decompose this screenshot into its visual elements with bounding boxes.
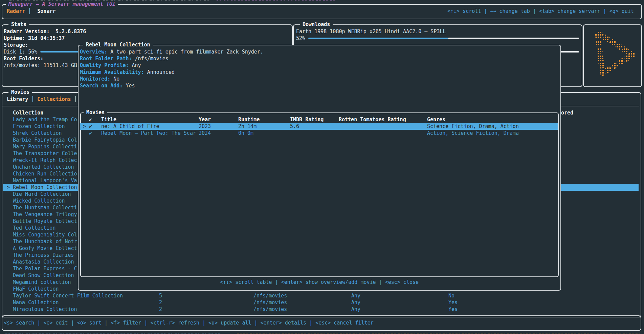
modal-help-text: <↑↓> scroll table | <enter> show overvie… [220, 279, 419, 286]
collection-row[interactable]: Megamind collection [13, 279, 71, 286]
detail-value-text: Announced [147, 69, 175, 75]
collection-quality-profile: Any [351, 306, 360, 313]
collection-row[interactable]: The Vengeance Trilogy [13, 211, 77, 218]
downloads-panel-title: Downloads [300, 21, 333, 28]
movies-panel-title: Movies [8, 89, 32, 96]
detail-value-text: /nfs/movies [135, 56, 169, 62]
collection-row[interactable]: The Transporter Colle [13, 150, 77, 157]
collection-root-folder: /nfs/movies [253, 292, 287, 299]
collection-row[interactable]: Dead Snow Collection [13, 272, 74, 279]
detail-value [144, 69, 147, 75]
detail-label: Search on Add: [80, 83, 123, 89]
collection-row[interactable]: Rebel Moon Collection [13, 184, 77, 191]
modal-detail-line: Monitored: No [80, 76, 119, 82]
uptime-label: Uptime: [4, 35, 25, 42]
terminal-screen: Managarr – A Servarr management TUI Rada… [0, 0, 644, 334]
collection-row[interactable]: The Huntsman Collecti [13, 204, 77, 211]
detail-label: Minimum Availability: [80, 69, 144, 75]
collection-row[interactable]: Barbie Fairytopia Col [13, 137, 77, 143]
movie-cell-imdb-rating: 5.6 [290, 123, 299, 130]
movie-cell-check: ✔ [89, 123, 92, 130]
movies-header-rotten_tomatoes: Rotten Tomatoes Rating [339, 116, 406, 123]
collection-row[interactable]: Frozen Collection [13, 123, 65, 130]
collection-row[interactable]: Nana Collection [13, 299, 59, 306]
root-folder-usage: /nfs/movies: 11511.43 GB [4, 62, 77, 69]
collection-root-folder: /nfs/movies [253, 299, 287, 306]
collection-row[interactable]: Die Hard Collection [13, 191, 71, 197]
download-item-percent: 52% [296, 35, 305, 42]
tab-divider: │ [71, 96, 77, 102]
collection-row[interactable]: Ted Collection [13, 225, 55, 231]
collection-row[interactable]: Wicked Collection [13, 197, 65, 204]
collection-search-on-add: No [448, 292, 454, 299]
movies-tabs: Library │ Collections │ [7, 96, 77, 103]
detail-label: Quality Profile: [80, 62, 129, 68]
tab-collections[interactable]: Collections [37, 96, 71, 102]
collection-row[interactable]: A Goofy Movie Collect [13, 245, 77, 252]
collection-search-on-add: Yes [448, 306, 458, 313]
tab-library[interactable]: Library [7, 96, 28, 102]
collection-row[interactable]: The Hunchback of Notr [13, 238, 77, 245]
collection-row[interactable]: Miss Congeniality Col [13, 231, 77, 238]
detail-label: Monitored: [80, 76, 110, 82]
radarr-version-value: 5.2.6.8376 [55, 28, 86, 35]
collection-movie-count: 2 [159, 299, 162, 306]
selected-row-marker: => [4, 184, 10, 191]
movie-cell-title[interactable]: Rebel Moon – Part Two: The Scar [101, 130, 196, 137]
footer-help-text: <s> search | <e> edit | <o> sort | <f> f… [4, 319, 374, 326]
collection-row[interactable]: FNaF Collection [13, 286, 59, 292]
movies-header-genres: Genres [427, 116, 445, 123]
detail-value [129, 62, 132, 68]
collection-row[interactable]: Chicken Run Collectio [13, 170, 77, 177]
detail-value-text: No [113, 76, 119, 82]
modal-detail-line: Minimum Availability: Announced [80, 69, 175, 76]
download-gauge-track [448, 38, 579, 39]
collection-quality-profile: Any [351, 299, 360, 306]
modal-detail-line: Overview: A two-part sci-fi epic from fi… [80, 48, 263, 55]
movie-cell-genres: Action, Science Fiction, Drama [427, 130, 519, 137]
detail-value-text: Any [132, 62, 141, 68]
collection-row[interactable]: Uncharted Collection [13, 164, 74, 170]
global-help-text: <↑↓> scroll | ←→ change tab | <tab> chan… [447, 8, 634, 15]
detail-label: Overview: [80, 49, 107, 55]
detail-value-text: A two-part sci-fi epic from filmmaker Za… [110, 49, 263, 55]
detail-value [132, 56, 135, 62]
movie-cell-check: ✔ [89, 130, 92, 137]
movie-cell-year: 2024 [199, 130, 211, 137]
modal-detail-line: Quality Profile: Any [80, 62, 141, 69]
modal-title: Rebel Moon Collection [83, 41, 153, 48]
collection-row[interactable]: Wreck-It Ralph Collec [13, 157, 77, 164]
selected-row-marker: => [80, 123, 86, 130]
collection-search-on-add: Yes [448, 299, 458, 306]
collection-row[interactable]: Lady and the Tramp Co [13, 116, 77, 123]
movie-cell-runtime: 0h 0m [238, 130, 253, 137]
movies-header-year: Year [199, 116, 211, 123]
movies-header-imdb: IMDB Rating [290, 116, 324, 123]
collection-quality-profile: Any [351, 292, 360, 299]
disk-usage-label: Disk 1: 56% [4, 48, 37, 55]
collection-row[interactable]: Shrek Collection [13, 130, 62, 137]
tab-sonarr[interactable]: Sonarr [37, 8, 55, 14]
collection-movie-count: 5 [159, 292, 162, 299]
uptime-value: 31d 04:35:37 [28, 35, 65, 42]
collection-root-folder: /nfs/movies [253, 306, 287, 313]
collection-row[interactable]: Mary Poppins Collecti [13, 143, 77, 150]
download-item-name: Earth 1998 1080p WEBRip x265 Hindi AAC2.… [296, 28, 446, 35]
movie-cell-title[interactable]: ne: A Child of Fire [101, 123, 159, 130]
movie-cell-year: 2023 [199, 123, 211, 130]
collection-row[interactable]: Taylor Swift Concert Film Collection [13, 292, 123, 299]
collection-row[interactable]: Anastasia Collection [13, 258, 74, 265]
collection-row[interactable]: National Lampoon's Va [13, 177, 77, 184]
tab-divider: │ [25, 8, 37, 14]
collection-row[interactable]: Battle Royale Collect [13, 218, 77, 225]
collection-row[interactable]: The Polar Express - C [13, 265, 77, 272]
storage-label: Storage: [4, 42, 28, 48]
monitored-column-header-fragment: ored [561, 109, 573, 116]
modal-movies-table: Movies [80, 112, 559, 277]
movies-header-check: ✔ [89, 116, 92, 123]
collection-row[interactable]: The Princess Diaries [13, 252, 74, 258]
movie-cell-genres: Science Fiction, Drama, Action [427, 123, 519, 130]
tab-radarr[interactable]: Radarr [7, 8, 25, 14]
collection-row[interactable]: Miraculous Collection [13, 306, 77, 313]
detail-label: Root Folder Path: [80, 56, 132, 62]
